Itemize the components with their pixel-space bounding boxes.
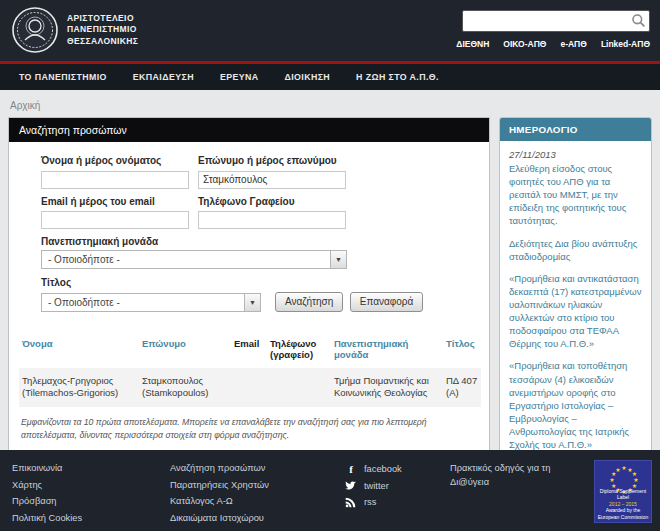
result-unit-cell: Τμήμα Ποιμαντικής και Κοινωνικής Θεολογί… bbox=[331, 368, 443, 408]
chevron-down-icon: ▼ bbox=[330, 251, 346, 268]
unit-select-value: - Οποιοδήποτε - bbox=[42, 254, 126, 265]
university-name: ΑΡΙΣΤΟΤΕΛΕΙΟ ΠΑΝΕΠΙΣΤΗΜΙΟ ΘΕΣΣΑΛΟΝΙΚΗΣ bbox=[67, 13, 138, 47]
surname-latin: (Stamkopoulos) bbox=[142, 387, 228, 400]
eu-star: ★ bbox=[615, 467, 620, 473]
result-surname-cell: Σταμκοπουλος (Stamkopoulos) bbox=[139, 368, 231, 408]
quick-link-oiko-apth[interactable]: ΟΙΚΟ-ΑΠΘ bbox=[503, 39, 546, 49]
email-column-header: Email bbox=[234, 338, 259, 349]
footer-social: f facebook twitter rss bbox=[345, 460, 450, 523]
first-name-field[interactable] bbox=[41, 171, 189, 189]
sort-by-surname-link[interactable]: Επώνυμο bbox=[142, 338, 186, 349]
nav-item-administration[interactable]: ΔΙΟΙΚΗΣΗ bbox=[271, 72, 343, 82]
site-footer: Επικοινωνία Χάρτης Πρόσβαση Πολιτική Coo… bbox=[0, 450, 660, 531]
unit-select[interactable]: - Οποιοδήποτε - ▼ bbox=[41, 250, 347, 269]
calendar-date: 27/11/2013 bbox=[509, 149, 642, 160]
reset-button[interactable]: Επαναφορά bbox=[350, 292, 424, 312]
university-name-line: ΑΡΙΣΤΟΤΕΛΕΙΟ bbox=[67, 13, 138, 24]
footer-links-col2: Αναζήτηση προσώπων Παρατηρήσεις Χρηστών … bbox=[170, 460, 345, 523]
title-label: Τίτλος bbox=[41, 277, 479, 288]
email-label: Email ή μέρος του email bbox=[41, 196, 189, 207]
calendar-event-link[interactable]: «Προμήθεια και τοποθέτηση τεσσάρων (4) ε… bbox=[509, 359, 642, 450]
twitter-label: twitter bbox=[364, 478, 389, 495]
page-content: Αρχική Αναζήτηση προσώπων Όνομα ή μέρος … bbox=[0, 90, 660, 450]
university-seal-logo bbox=[12, 7, 58, 53]
header-quick-links: ΔΙΕΘΝΗ ΟΙΚΟ-ΑΠΘ e-ΑΠΘ Linked-ΑΠΘ bbox=[456, 39, 650, 49]
result-title-cell: ΠΔ 407 (Α) bbox=[443, 368, 481, 408]
footer-link-accessibility[interactable]: Πρόσβαση bbox=[12, 493, 170, 510]
title-select-value: - Οποιοδήποτε - bbox=[42, 297, 126, 308]
email-field[interactable] bbox=[41, 211, 189, 229]
university-name-line: ΠΑΝΕΠΙΣΤΗΜΙΟ bbox=[67, 24, 138, 35]
footer-link-person-search[interactable]: Αναζήτηση προσώπων bbox=[170, 460, 345, 477]
phone-column-header: Τηλέφωνο bbox=[270, 338, 328, 349]
person-search-panel: Αναζήτηση προσώπων Όνομα ή μέρος ονόματο… bbox=[8, 117, 490, 450]
header-right: ΔΙΕΘΝΗ ΟΙΚΟ-ΑΠΘ e-ΑΠΘ Linked-ΑΠΘ bbox=[456, 7, 650, 49]
sort-by-name-link[interactable]: Όνομα bbox=[22, 338, 53, 349]
first-name-label: Όνομα ή μέρος ονόματος bbox=[41, 155, 189, 166]
twitter-icon bbox=[345, 480, 357, 491]
chevron-down-icon: ▼ bbox=[244, 294, 260, 311]
search-icon[interactable] bbox=[631, 13, 646, 28]
brand[interactable]: ΑΡΙΣΤΟΤΕΛΕΙΟ ΠΑΝΕΠΙΣΤΗΜΙΟ ΘΕΣΣΑΛΟΝΙΚΗΣ bbox=[12, 7, 138, 53]
results-note: Εμφανίζονται τα 10 πρώτα αποτελέσματα. Μ… bbox=[9, 407, 489, 450]
facebook-icon: f bbox=[345, 461, 357, 478]
quick-link-linked-apth[interactable]: Linked-ΑΠΘ bbox=[601, 39, 650, 49]
rss-label: rss bbox=[364, 494, 376, 511]
last-name-label: Επώνυμο ή μέρος επωνύμου bbox=[198, 155, 346, 166]
calendar-event-link[interactable]: «Προμήθεια και αντικατάσταση δεκαεπτά (1… bbox=[509, 272, 642, 351]
footer-link-contact[interactable]: Επικοινωνία bbox=[12, 460, 170, 477]
quick-link-e-apth[interactable]: e-ΑΠΘ bbox=[560, 39, 586, 49]
footer-link-cookies-policy[interactable]: Πολιτική Cookies bbox=[12, 510, 170, 527]
eu-star: ★ bbox=[609, 477, 614, 483]
title-select[interactable]: - Οποιοδήποτε - ▼ bbox=[41, 293, 261, 312]
results-table: Όνομα Επώνυμο Email Τηλέφωνο (γραφείο) Π… bbox=[19, 334, 481, 408]
nav-item-education[interactable]: ΕΚΠΑΙΔΕΥΣΗ bbox=[120, 72, 207, 82]
name-latin: (Tilemachos-Grigorios) bbox=[22, 387, 136, 400]
sort-by-unit-link[interactable]: Πανεπιστημιακή μονάδα bbox=[334, 338, 408, 360]
phone-column-header-sub: (γραφείο) bbox=[270, 349, 328, 360]
facebook-label: facebook bbox=[364, 461, 402, 478]
diavgeia-guide-link[interactable]: Πρακτικός οδηγός για τη Δι@ύγεια bbox=[450, 460, 568, 523]
name-greek: Τηλεμαχος-Γρηγοριος bbox=[22, 375, 136, 388]
sort-by-title-link[interactable]: Τίτλος bbox=[446, 338, 475, 349]
nav-item-university[interactable]: ΤΟ ΠΑΝΕΠΙΣΤΗΜΙΟ bbox=[6, 72, 120, 82]
person-search-form: Όνομα ή μέρος ονόματος Επώνυμο ή μέρος ε… bbox=[9, 142, 489, 320]
rss-icon bbox=[345, 497, 357, 508]
breadcrumb-home[interactable]: Αρχική bbox=[10, 100, 40, 111]
unit-label: Πανεπιστημιακή μονάδα bbox=[41, 236, 479, 247]
header-search bbox=[462, 10, 650, 32]
footer-link-site-rights[interactable]: Δικαιώματα Ιστοχώρου bbox=[170, 510, 345, 527]
nav-item-life-at-auth[interactable]: Η ΖΩΗ ΣΤΟ Α.Π.Θ. bbox=[343, 72, 452, 82]
eu-star: ★ bbox=[621, 465, 626, 471]
eu-badge-text: Diploma Supplement Label 2012 – 2015 Awa… bbox=[595, 488, 651, 521]
result-email-cell bbox=[231, 368, 267, 408]
calendar-event-link[interactable]: Ελεύθερη είσοδος στους φοιτητές του ΑΠΘ … bbox=[509, 162, 642, 228]
footer-link-user-feedback[interactable]: Παρατηρήσεις Χρηστών bbox=[170, 477, 345, 494]
calendar-title: ΗΜΕΡΟΛΟΓΙΟ bbox=[500, 118, 651, 141]
search-input[interactable] bbox=[462, 10, 650, 32]
main-nav: ΤΟ ΠΑΝΕΠΙΣΤΗΜΙΟ ΕΚΠΑΙΔΕΥΣΗ ΕΡΕΥΝΑ ΔΙΟΙΚΗ… bbox=[0, 64, 660, 90]
facebook-link[interactable]: f facebook bbox=[345, 461, 450, 478]
office-phone-label: Τηλέφωνο Γραφείου bbox=[198, 196, 346, 207]
panel-title: Αναζήτηση προσώπων bbox=[9, 118, 489, 142]
twitter-link[interactable]: twitter bbox=[345, 478, 450, 495]
search-button[interactable]: Αναζήτηση bbox=[275, 292, 343, 312]
surname-greek: Σταμκοπουλος bbox=[142, 375, 228, 388]
footer-link-catalog-a-z[interactable]: Κατάλογος Α-Ω bbox=[170, 493, 345, 510]
university-name-line: ΘΕΣΣΑΛΟΝΙΚΗΣ bbox=[67, 36, 138, 47]
calendar-event-link[interactable]: Δεξιότητες Δια βίου ανάπτυξης σταδιοδρομ… bbox=[509, 237, 642, 263]
rss-link[interactable]: rss bbox=[345, 494, 450, 511]
footer-link-map[interactable]: Χάρτης bbox=[12, 477, 170, 494]
result-name-cell: Τηλεμαχος-Γρηγοριος (Tilemachos-Grigorio… bbox=[19, 368, 139, 408]
calendar-sidebar: ΗΜΕΡΟΛΟΓΙΟ 27/11/2013 Ελεύθερη είσοδος σ… bbox=[499, 117, 652, 450]
table-row: Τηλεμαχος-Γρηγοριος (Tilemachos-Grigorio… bbox=[19, 368, 481, 408]
eu-diploma-supplement-badge[interactable]: ★ ★ ★ ★ ★ ★ ★ ★ ★ ★ ★ ★ Diploma Suppleme… bbox=[594, 460, 652, 523]
office-phone-field[interactable] bbox=[198, 211, 346, 229]
footer-links-col1: Επικοινωνία Χάρτης Πρόσβαση Πολιτική Coo… bbox=[12, 460, 170, 523]
result-phone-cell bbox=[267, 368, 331, 408]
quick-link-diethni[interactable]: ΔΙΕΘΝΗ bbox=[456, 39, 489, 49]
results-header-row: Όνομα Επώνυμο Email Τηλέφωνο (γραφείο) Π… bbox=[19, 334, 481, 368]
site-header: ΑΡΙΣΤΟΤΕΛΕΙΟ ΠΑΝΕΠΙΣΤΗΜΙΟ ΘΕΣΣΑΛΟΝΙΚΗΣ Δ… bbox=[0, 0, 660, 61]
last-name-field[interactable] bbox=[198, 171, 346, 189]
nav-item-research[interactable]: ΕΡΕΥΝΑ bbox=[207, 72, 272, 82]
